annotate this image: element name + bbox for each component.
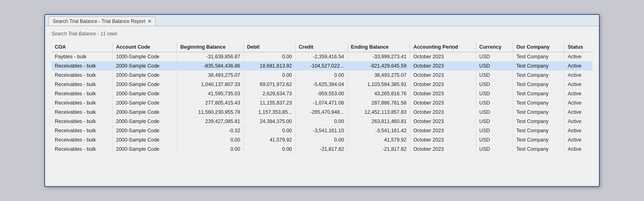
table-cell: 41,579.92 (347, 135, 410, 145)
table-cell: USD (476, 98, 513, 108)
table-cell: 0.00 (295, 135, 347, 145)
table-cell: 2000-Sample Code (113, 117, 177, 126)
table-cell: -31,639,856.87 (177, 52, 244, 62)
table-cell: 0.00 (244, 126, 295, 135)
table-cell: 18,681,813.92 (244, 62, 295, 71)
table-row[interactable]: Receivables - bulk2000-Sample Code277,80… (52, 98, 592, 108)
table-cell: October 2023 (410, 126, 476, 135)
table-cell: -2,359,416.54 (295, 52, 347, 62)
table-row[interactable]: Receivables - bulk2000-Sample Code11,560… (52, 108, 592, 117)
col-coa: COA (52, 42, 113, 52)
table-cell: Active (564, 89, 592, 98)
table-cell: 287,886,781.58 (347, 98, 410, 108)
col-our-company: Our Company (513, 42, 564, 52)
table-cell: 41,595,735.03 (177, 89, 244, 98)
table-cell: 2000-Sample Code (113, 80, 177, 89)
main-window: Search Trial Balance - Trial Balance Rep… (44, 14, 600, 187)
table-cell: 2000-Sample Code (113, 108, 177, 117)
col-credit: Credit (295, 42, 347, 52)
table-cell: -921,429,645.59 (347, 62, 410, 71)
table-cell: Active (564, 71, 592, 80)
table-row[interactable]: Receivables - bulk2000-Sample Code1,040,… (52, 80, 592, 89)
table-cell: October 2023 (410, 145, 476, 154)
table-cell: October 2023 (410, 71, 476, 80)
trial-balance-tab[interactable]: Search Trial Balance - Trial Balance Rep… (48, 16, 156, 26)
table-cell: Active (564, 126, 592, 135)
table-cell: USD (476, 80, 513, 89)
table-row[interactable]: Receivables - bulk2000-Sample Code-835,5… (52, 62, 592, 71)
table-cell: 24,384,375.00 (244, 117, 295, 126)
table-cell: USD (476, 108, 513, 117)
header-row: COA Account Code Beginning Balance Debit… (52, 42, 592, 52)
table-cell: -0.32 (177, 126, 244, 135)
table-cell: Receivables - bulk (52, 117, 113, 126)
table-row[interactable]: Receivables - bulk2000-Sample Code0.000.… (52, 145, 592, 154)
table-cell: 1,157,353,85... (244, 108, 295, 117)
table-cell: USD (476, 52, 513, 62)
table-row[interactable]: Receivables - bulk2000-Sample Code-0.320… (52, 126, 592, 135)
table-cell: October 2023 (410, 98, 476, 108)
table-cell: Receivables - bulk (52, 98, 113, 108)
table-cell: 277,805,415.43 (177, 98, 244, 108)
table-cell: 38,493,275.07 (177, 71, 244, 80)
tab-close-icon[interactable]: ✕ (148, 19, 151, 24)
table-cell: USD (476, 71, 513, 80)
table-cell: Receivables - bulk (52, 80, 113, 89)
table-cell: 2000-Sample Code (113, 89, 177, 98)
table-row[interactable]: Receivables - bulk2000-Sample Code239,42… (52, 117, 592, 126)
table-cell: Test Company (513, 71, 564, 80)
table-cell: Receivables - bulk (52, 71, 113, 80)
table-cell: 2000-Sample Code (113, 126, 177, 135)
table-cell: -959,553.00 (295, 89, 347, 98)
col-currency: Currency (476, 42, 513, 52)
table-cell: Active (564, 80, 592, 89)
table-cell: Test Company (513, 62, 564, 71)
table-cell: 11,560,230,955.78 (177, 108, 244, 117)
table-cell: -265,470,948... (295, 108, 347, 117)
table-row[interactable]: Receivables - bulk2000-Sample Code38,493… (52, 71, 592, 80)
tab-label: Search Trial Balance - Trial Balance Rep… (53, 18, 145, 24)
table-cell: Active (564, 108, 592, 117)
table-cell: -21,817.82 (347, 145, 410, 154)
table-cell: 0.00 (177, 135, 244, 145)
trial-balance-table: COA Account Code Beginning Balance Debit… (52, 42, 592, 154)
table-cell: Test Company (513, 98, 564, 108)
table-cell: Test Company (513, 145, 564, 154)
table-cell: Test Company (513, 52, 564, 62)
table-cell: October 2023 (410, 117, 476, 126)
table-row[interactable]: Paybles - bulk1000-Sample Code-31,639,85… (52, 52, 592, 62)
table-cell: 0.00 (244, 145, 295, 154)
table-row[interactable]: Receivables - bulk2000-Sample Code41,595… (52, 89, 592, 98)
table-cell: Receivables - bulk (52, 126, 113, 135)
table-cell: Test Company (513, 126, 564, 135)
table-cell: Active (564, 117, 592, 126)
col-beginning-balance: Beginning Balance (177, 42, 244, 52)
table-cell: 2,629,634.73 (244, 89, 295, 98)
table-cell: Test Company (513, 80, 564, 89)
result-subtitle: Search Trial Balance - 11 rows (52, 31, 592, 37)
table-cell: Active (564, 145, 592, 154)
table-cell: USD (476, 126, 513, 135)
table-cell: 41,579.92 (244, 135, 295, 145)
table-cell: Active (564, 135, 592, 145)
table-cell: October 2023 (410, 52, 476, 62)
table-cell: USD (476, 62, 513, 71)
table-cell: 2000-Sample Code (113, 145, 177, 154)
table-cell: 0.00 (244, 71, 295, 80)
table-body: Paybles - bulk1000-Sample Code-31,639,85… (52, 52, 592, 154)
table-cell: 0.00 (295, 117, 347, 126)
table-cell: 239,427,085.81 (177, 117, 244, 126)
table-cell: October 2023 (410, 108, 476, 117)
table-cell: Test Company (513, 117, 564, 126)
table-cell: 1,103,584,385.91 (347, 80, 410, 89)
table-cell: 11,155,837.23 (244, 98, 295, 108)
table-cell: -1,074,471.08 (295, 98, 347, 108)
table-row[interactable]: Receivables - bulk2000-Sample Code0.0041… (52, 135, 592, 145)
table-cell: Paybles - bulk (52, 52, 113, 62)
table-header: COA Account Code Beginning Balance Debit… (52, 42, 592, 52)
table-cell: Receivables - bulk (52, 108, 113, 117)
table-cell: Test Company (513, 135, 564, 145)
col-accounting-period: Accounting Period (410, 42, 476, 52)
table-cell: -835,584,436.86 (177, 62, 244, 71)
table-cell: 0.00 (295, 71, 347, 80)
